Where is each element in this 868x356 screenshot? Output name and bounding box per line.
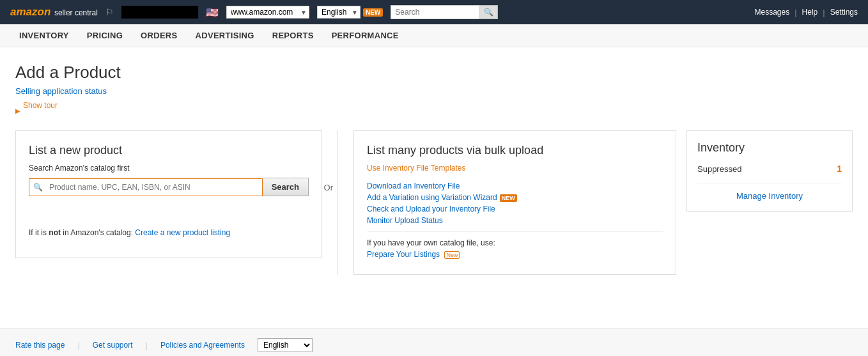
language-selector[interactable]: English ▼ bbox=[317, 6, 360, 19]
header-search-button[interactable]: 🔍 bbox=[480, 5, 498, 19]
get-support-link[interactable]: Get support bbox=[93, 341, 133, 350]
product-search-form: 🔍 Search Or bbox=[29, 178, 309, 196]
settings-link[interactable]: Settings bbox=[830, 8, 858, 17]
amazon-logo[interactable]: amazon seller central bbox=[10, 6, 98, 19]
help-link[interactable]: Help bbox=[802, 8, 818, 17]
language-area: English ▼ NEW bbox=[317, 6, 383, 19]
show-tour-row: ▶ Show tour bbox=[15, 101, 853, 120]
list-new-product-card: List a new product Search Amazon's catal… bbox=[15, 130, 322, 258]
seller-central-text: seller central bbox=[54, 8, 98, 17]
footer-language-select[interactable]: English Deutsch Español Français Italian… bbox=[258, 338, 313, 352]
header-links: Messages | Help | Settings bbox=[754, 8, 858, 17]
inventory-title: Inventory bbox=[697, 141, 842, 155]
not-in-catalog-middle: in Amazon's catalog: bbox=[61, 228, 135, 237]
nav-performance[interactable]: PERFORMANCE bbox=[323, 24, 408, 47]
or-label: Or bbox=[324, 182, 333, 192]
nav-pricing[interactable]: PRICING bbox=[78, 24, 132, 47]
add-variation-new-badge: NEW bbox=[500, 194, 517, 202]
logo-area: amazon seller central bbox=[10, 6, 98, 19]
header-sep1: | bbox=[794, 8, 796, 17]
new-badge: NEW bbox=[363, 8, 383, 17]
not-in-catalog-text: If it is not in Amazon's catalog: Create… bbox=[29, 228, 309, 237]
header-search-input[interactable] bbox=[391, 5, 480, 19]
prepare-listings-link[interactable]: Prepare Your Listings New bbox=[367, 250, 663, 259]
page-title: Add a Product bbox=[15, 63, 853, 82]
show-tour-link[interactable]: Show tour bbox=[23, 101, 58, 110]
product-search-button[interactable]: Search bbox=[263, 178, 309, 196]
if-own-catalog-text: If you have your own catalog file, use: bbox=[367, 238, 663, 247]
list-new-product-title: List a new product bbox=[29, 144, 309, 157]
bulk-upload-card: List many products via bulk upload Use I… bbox=[353, 130, 676, 275]
product-search-input-wrapper: 🔍 bbox=[29, 178, 263, 196]
manage-inventory-link[interactable]: Manage Inventory bbox=[697, 183, 842, 201]
search-catalog-label: Search Amazon's catalog first bbox=[29, 164, 309, 173]
create-product-listing-link[interactable]: Create a new product listing bbox=[135, 228, 230, 237]
account-bar[interactable] bbox=[121, 6, 198, 19]
footer: Rate this page | Get support | Policies … bbox=[0, 329, 868, 356]
suppressed-label: Suppressed bbox=[697, 164, 741, 174]
suppressed-row: Suppressed 1 bbox=[697, 164, 842, 174]
selling-application-status-link[interactable]: Selling application status bbox=[15, 86, 853, 96]
prepare-new-badge: New bbox=[444, 251, 460, 259]
monitor-upload-link[interactable]: Monitor Upload Status bbox=[367, 216, 663, 225]
header-search-area: 🔍 bbox=[391, 5, 518, 19]
product-search-input[interactable] bbox=[47, 179, 262, 196]
check-upload-link[interactable]: Check and Upload your Inventory File bbox=[367, 205, 663, 213]
nav-orders[interactable]: ORDERS bbox=[132, 24, 186, 47]
nav-advertising[interactable]: ADVERTISING bbox=[187, 24, 263, 47]
bulk-divider bbox=[367, 231, 663, 232]
header: amazon seller central ⚐ 🇺🇸 www.amazon.co… bbox=[0, 0, 868, 24]
marketplace-selector[interactable]: www.amazon.com ▼ bbox=[226, 6, 309, 19]
language-select[interactable]: English bbox=[317, 6, 360, 19]
navigation-bar: INVENTORY PRICING ORDERS ADVERTISING REP… bbox=[0, 24, 868, 47]
main-content: Add a Product Selling application status… bbox=[0, 47, 868, 290]
footer-sep2: | bbox=[145, 341, 147, 350]
nav-reports[interactable]: REPORTS bbox=[263, 24, 323, 47]
add-variation-link[interactable]: Add a Variation using Variation WizardNE… bbox=[367, 193, 663, 202]
download-inventory-link[interactable]: Download an Inventory File bbox=[367, 182, 663, 190]
marketplace-select[interactable]: www.amazon.com bbox=[226, 6, 309, 19]
prepare-listings-text: Prepare Your Listings bbox=[367, 250, 440, 259]
pin-icon: ⚐ bbox=[105, 7, 114, 17]
inventory-card: Inventory Suppressed 1 Manage Inventory bbox=[686, 130, 853, 212]
section-divider bbox=[337, 130, 338, 275]
header-sep2: | bbox=[823, 8, 825, 17]
messages-link[interactable]: Messages bbox=[754, 8, 789, 17]
show-tour-arrow-icon: ▶ bbox=[15, 107, 20, 114]
not-in-catalog-bold: not bbox=[49, 228, 61, 237]
policies-agreements-link[interactable]: Policies and Agreements bbox=[160, 341, 245, 350]
us-flag-icon: 🇺🇸 bbox=[206, 6, 219, 19]
rate-page-link[interactable]: Rate this page bbox=[15, 341, 65, 350]
not-in-catalog-prefix: If it is bbox=[29, 228, 49, 237]
amazon-logo-text: amazon bbox=[10, 6, 50, 18]
add-variation-text: Add a Variation using Variation Wizard bbox=[367, 193, 497, 202]
use-templates-label: Use Inventory File Templates bbox=[367, 164, 663, 173]
cards-container: List a new product Search Amazon's catal… bbox=[15, 130, 853, 275]
suppressed-count: 1 bbox=[837, 164, 842, 174]
search-icon: 🔍 bbox=[29, 180, 47, 194]
bulk-upload-title: List many products via bulk upload bbox=[367, 144, 663, 157]
footer-sep1: | bbox=[77, 341, 79, 350]
nav-inventory[interactable]: INVENTORY bbox=[10, 24, 78, 47]
